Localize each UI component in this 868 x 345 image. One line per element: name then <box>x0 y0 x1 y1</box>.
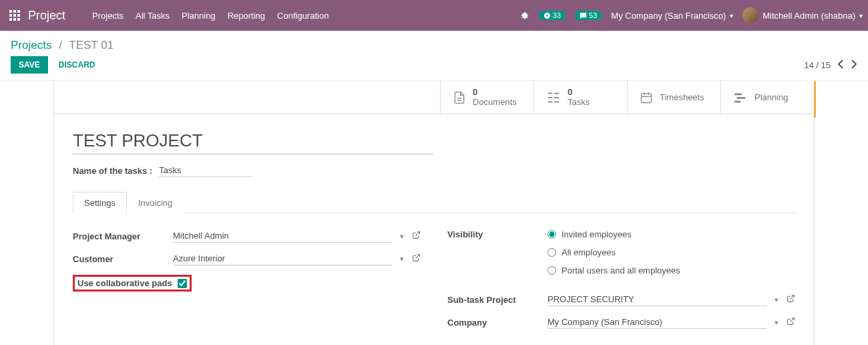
subtask-project-field[interactable] <box>548 293 767 306</box>
clock-icon <box>544 12 551 19</box>
visibility-invited-label: Invited employees <box>562 229 632 239</box>
svg-rect-13 <box>548 101 552 102</box>
svg-line-27 <box>790 318 794 322</box>
stat-timesheets[interactable]: Timesheets <box>627 81 720 114</box>
discard-button[interactable]: DISCARD <box>59 60 95 70</box>
breadcrumb-current: TEST 01 <box>69 39 114 51</box>
breadcrumb: Projects / TEST 01 <box>11 39 857 52</box>
stat-documents[interactable]: 0 Documents <box>440 81 533 114</box>
svg-rect-5 <box>17 14 20 17</box>
tab-settings[interactable]: Settings <box>73 192 127 213</box>
menu-configuration[interactable]: Configuration <box>277 11 329 21</box>
svg-rect-22 <box>737 97 746 99</box>
svg-rect-6 <box>9 18 12 21</box>
user-menu[interactable]: Mitchell Admin (shabna) ▾ <box>742 7 863 23</box>
svg-rect-2 <box>17 10 20 13</box>
menu-planning[interactable]: Planning <box>182 11 216 21</box>
user-name: Mitchell Admin (shabna) <box>763 11 855 21</box>
menu-all-tasks[interactable]: All Tasks <box>136 11 170 21</box>
collaborative-pads-label: Use collaborative pads <box>77 278 172 288</box>
stat-tasks-label: Tasks <box>568 97 590 107</box>
menu-projects[interactable]: Projects <box>92 11 124 21</box>
ribbon-indicator <box>814 81 816 118</box>
bug-icon[interactable] <box>520 11 529 20</box>
pager: 14 / 15 <box>804 60 857 71</box>
main-menu: Projects All Tasks Planning Reporting Co… <box>92 11 329 21</box>
clock-badge-count: 33 <box>553 11 561 19</box>
clock-badge[interactable]: 33 <box>539 11 566 20</box>
topbar: Project Projects All Tasks Planning Repo… <box>0 0 868 31</box>
document-icon <box>453 90 466 105</box>
tabs: Settings Invoicing <box>73 192 795 213</box>
svg-rect-15 <box>554 97 559 98</box>
chevron-down-icon[interactable]: ▾ <box>772 296 781 304</box>
svg-rect-14 <box>554 92 559 94</box>
visibility-all-label: All employees <box>562 247 616 257</box>
svg-rect-12 <box>548 97 552 98</box>
external-link-icon[interactable] <box>412 253 421 264</box>
stat-tasks[interactable]: 0 Tasks <box>533 81 627 114</box>
visibility-portal-radio[interactable] <box>548 266 556 275</box>
pager-text: 14 / 15 <box>804 60 831 70</box>
settings-right-column: Visibility Invited employees All employe… <box>447 229 795 338</box>
external-link-icon[interactable] <box>787 294 795 305</box>
tab-invoicing[interactable]: Invoicing <box>127 192 184 213</box>
company-label: Company <box>447 318 548 328</box>
project-manager-label: Project Manager <box>73 231 173 241</box>
subtask-project-label: Sub-task Project <box>447 295 548 305</box>
collaborative-pads-highlight: Use collaborative pads <box>73 275 192 292</box>
customer-label: Customer <box>73 254 173 264</box>
menu-reporting[interactable]: Reporting <box>228 11 265 21</box>
calendar-icon <box>640 91 653 104</box>
external-link-icon[interactable] <box>787 317 795 328</box>
svg-line-24 <box>415 232 419 236</box>
form-sheet: 0 Documents 0 Tasks Timesheets <box>53 81 815 345</box>
svg-rect-0 <box>9 10 12 13</box>
planning-icon <box>733 92 748 104</box>
app-brand[interactable]: Project <box>28 9 65 23</box>
company-field[interactable] <box>548 316 767 329</box>
tasks-name-input[interactable] <box>159 164 252 177</box>
stat-planning[interactable]: Planning <box>720 81 814 114</box>
svg-rect-3 <box>9 14 12 17</box>
chevron-down-icon[interactable]: ▾ <box>397 255 407 263</box>
external-link-icon[interactable] <box>412 231 421 241</box>
project-manager-field[interactable] <box>173 229 392 243</box>
stat-timesheets-label: Timesheets <box>660 92 704 102</box>
stat-documents-count: 0 <box>473 88 517 97</box>
chevron-down-icon[interactable]: ▾ <box>397 232 407 241</box>
pager-prev[interactable] <box>837 60 844 71</box>
visibility-label: Visibility <box>447 229 548 239</box>
pager-next[interactable] <box>851 60 857 71</box>
svg-rect-8 <box>17 18 20 21</box>
visibility-radio-group: Invited employees All employees Portal u… <box>548 229 795 283</box>
stat-tasks-count: 0 <box>568 88 590 97</box>
save-button[interactable]: SAVE <box>11 56 48 74</box>
svg-rect-4 <box>13 14 16 17</box>
customer-field[interactable] <box>173 252 392 265</box>
company-switcher[interactable]: My Company (San Francisco) ▾ <box>611 11 733 21</box>
company-name: My Company (San Francisco) <box>611 11 726 21</box>
svg-rect-21 <box>734 93 742 95</box>
chat-badge[interactable]: 53 <box>575 11 602 20</box>
breadcrumb-separator: / <box>59 39 62 51</box>
systray: 33 53 My Company (San Francisco) ▾ Mitch… <box>520 7 863 23</box>
svg-line-25 <box>415 255 419 259</box>
stat-planning-label: Planning <box>754 92 789 102</box>
svg-rect-23 <box>734 100 740 102</box>
avatar <box>742 7 758 23</box>
visibility-all-radio[interactable] <box>548 248 556 257</box>
collaborative-pads-checkbox[interactable] <box>178 279 187 288</box>
visibility-invited-radio[interactable] <box>548 230 556 239</box>
breadcrumb-projects[interactable]: Projects <box>11 39 51 51</box>
svg-line-26 <box>790 296 794 300</box>
chevron-down-icon[interactable]: ▾ <box>772 318 781 327</box>
apps-icon[interactable] <box>5 6 24 25</box>
svg-rect-1 <box>13 10 16 13</box>
stat-buttons: 0 Documents 0 Tasks Timesheets <box>54 81 814 114</box>
svg-rect-17 <box>642 94 652 102</box>
chat-icon <box>580 12 587 19</box>
svg-rect-16 <box>554 101 559 102</box>
control-panel: Projects / TEST 01 SAVE DISCARD 14 / 15 <box>0 31 868 81</box>
project-name-input[interactable] <box>73 128 433 154</box>
